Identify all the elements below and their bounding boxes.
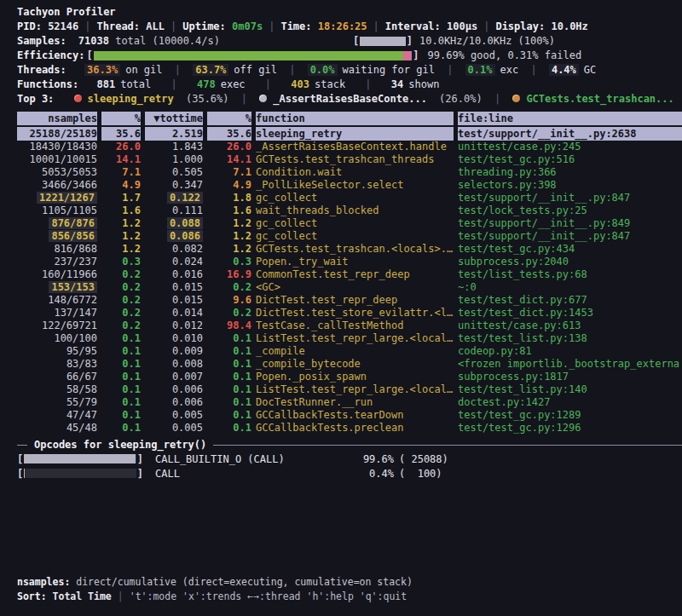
table-row-selected[interactable]: 25188/25189 35.6 2.519 35.6 sleeping_ret…: [0, 127, 682, 141]
cell-direct-pct: 0.1: [101, 358, 141, 371]
table-row[interactable]: 3466/3466 4.9 0.347 4.9 _PollLikeSelecto…: [0, 179, 682, 192]
stat-value: 0.1%: [465, 64, 495, 76]
table-row[interactable]: 122/69721 0.2 0.012 98.4 TestCase._callT…: [0, 320, 682, 332]
separator: |: [365, 78, 371, 90]
table-row[interactable]: 100/100 0.1 0.010 0.1 ListTest.test_repr…: [0, 332, 682, 345]
stat-name: on gil: [125, 64, 162, 76]
cell-direct-pct: 0.2: [101, 307, 141, 320]
footer-controls: Sort: Total Time|'t':mode 'x':trends ←→:…: [17, 590, 413, 604]
table-row[interactable]: 148/6772 0.2 0.015 9.6 DictTest.test_rep…: [0, 294, 682, 307]
top3-entry: _AssertRaisesBaseConte... (26.0%): [259, 93, 482, 105]
cell-direct-pct: 0.2: [101, 320, 141, 332]
thread-stat: 0.1%exc: [465, 64, 519, 76]
sort-value: Total Time: [53, 590, 112, 602]
efficiency-good-fill: [94, 51, 404, 60]
table-row[interactable]: 10001/10015 14.1 1.000 14.1 GCTests.test…: [0, 153, 682, 166]
table-row[interactable]: 95/95 0.1 0.009 0.1 _compile codeop.py:8…: [0, 345, 682, 358]
table-row[interactable]: 160/11966 0.2 0.016 16.9 CommonTest.test…: [0, 268, 682, 281]
table-row[interactable]: 1105/1105 1.6 0.111 1.6 wait_threads_blo…: [0, 204, 682, 217]
cell-direct-pct: 0.3: [101, 256, 141, 268]
stat-name: exec: [221, 78, 246, 90]
app-title: Tachyon Profiler: [17, 5, 682, 20]
stat-value: 403: [291, 78, 309, 90]
column-header-cumulative-pct[interactable]: %: [207, 112, 251, 125]
top3-entry: GCTests.test_trashcan... (14.1%): [512, 93, 682, 105]
table-row[interactable]: 58/58 0.1 0.006 0.1 ListTest.test_repr_l…: [0, 383, 682, 396]
opcode-count: ( 25088): [399, 453, 448, 465]
cell-function: _AssertRaisesBaseContext.handle: [256, 141, 454, 153]
thread-value[interactable]: ALL: [146, 20, 165, 32]
cell-tottime: 0.505: [145, 166, 203, 179]
table-row[interactable]: 1221/1267 1.7 0.122 1.8 gc_collect test/…: [0, 192, 682, 204]
stat-name: exc: [500, 64, 519, 76]
third-place-medal-icon: [512, 95, 520, 102]
cell-tottime: 0.122: [145, 192, 203, 204]
nsamples-note-text: direct/cumulative (direct=executing, cum…: [76, 576, 413, 588]
table-row[interactable]: 153/153 0.2 0.015 0.2 <GC> ~:0: [0, 281, 682, 294]
opcodes-section: Opcodes for sleeping_retry() [] CALL_BUI…: [0, 438, 682, 481]
column-header-tottime[interactable]: ▼tottime: [145, 112, 203, 125]
cell-nsamples: 5053/5053: [17, 166, 97, 179]
stat-value: 4.4%: [549, 64, 579, 76]
table-row[interactable]: 5053/5053 7.1 0.505 7.1 Condition.wait t…: [0, 166, 682, 179]
cell-direct-pct: 35.6: [101, 127, 141, 141]
cell-nsamples: 816/868: [17, 243, 97, 256]
cell-cumulative-pct: 35.6: [207, 127, 251, 141]
column-header-nsamples[interactable]: nsamples: [17, 112, 97, 125]
column-header-direct-pct[interactable]: %: [101, 112, 141, 125]
opcodes-body: [] CALL_BUILTIN_O (CALL) 99.6% ( 25088) …: [0, 452, 682, 481]
opcode-pct: 0.4%: [344, 468, 394, 480]
cell-tottime: 0.082: [145, 243, 203, 256]
cell-direct-pct: 14.1: [101, 153, 141, 166]
table-row[interactable]: 83/83 0.1 0.008 0.1 _compile_bytecode <f…: [0, 358, 682, 371]
cell-file-line: selectors.py:398: [458, 179, 682, 192]
table-row[interactable]: 237/237 0.3 0.024 0.3 Popen._try_wait su…: [0, 256, 682, 268]
separator: |: [289, 64, 295, 76]
interval-value: 100µs: [447, 20, 477, 32]
column-header-file-line[interactable]: file:line: [458, 112, 682, 125]
cell-nsamples: 18430/18430: [17, 141, 97, 153]
cell-tottime: 0.005: [145, 409, 203, 422]
table-row[interactable]: 137/147 0.2 0.014 0.2 DictTest.test_stor…: [0, 307, 682, 320]
cell-function: gc_collect: [256, 192, 454, 204]
thread-stat: 0.0%waiting for gil: [308, 64, 435, 76]
stat-value: 0.0%: [308, 64, 338, 76]
table-row[interactable]: 55/79 0.1 0.006 0.1 DocTestRunner.__run …: [0, 396, 682, 409]
cell-cumulative-pct: 14.1: [207, 153, 251, 166]
cell-file-line: unittest/case.py:245: [458, 141, 682, 153]
separator: |: [171, 78, 177, 90]
function-stat: 34shown: [391, 78, 440, 90]
cell-nsamples: 1105/1105: [17, 204, 97, 217]
samples-bar-track: [360, 37, 406, 46]
first-place-medal-icon: [74, 95, 82, 102]
cell-tottime: 0.086: [145, 230, 203, 243]
table-row[interactable]: 816/868 1.2 0.082 1.2 GCTests.test_trash…: [0, 243, 682, 256]
table-row[interactable]: 856/856 1.2 0.086 1.2 gc_collect test/su…: [0, 230, 682, 243]
cell-nsamples: 3466/3466: [17, 179, 97, 192]
thread-label: Thread:: [97, 20, 141, 32]
efficiency-label: Efficiency:: [17, 49, 84, 61]
table-row[interactable]: 18430/18430 26.0 1.843 26.0 _AssertRaise…: [0, 141, 682, 153]
cell-file-line: test/support/__init__.py:849: [458, 217, 682, 230]
cell-function: gc_collect: [256, 230, 454, 243]
summary-panel: Tachyon Profiler PID: 52146|Thread: ALL|…: [0, 0, 682, 107]
cell-tottime: 0.111: [145, 204, 203, 217]
cell-function: _compile: [256, 345, 454, 358]
table-row[interactable]: 66/67 0.1 0.007 0.1 Popen._posix_spawn s…: [0, 371, 682, 383]
table-row[interactable]: 45/48 0.1 0.005 0.1 GCCallbackTests.prec…: [0, 422, 682, 435]
thread-stat: 36.3%on gil: [84, 64, 162, 76]
cell-function: <GC>: [256, 281, 454, 294]
cell-direct-pct: 0.1: [101, 332, 141, 345]
table-row[interactable]: 47/47 0.1 0.005 0.1 GCCallbackTests.tear…: [0, 409, 682, 422]
cell-tottime: 0.009: [145, 345, 203, 358]
top3-function-name: GCTests.test_trashcan...: [526, 93, 673, 105]
thread-stat: 4.4%GC: [549, 64, 596, 76]
samples-bar-fill: [360, 37, 406, 46]
stat-name: stack: [315, 78, 345, 90]
threads-stats: 36.3%on gil | 63.7%off gil | 0.0%waiting…: [78, 64, 596, 76]
stat-name: shown: [408, 78, 439, 90]
column-header-function[interactable]: function: [256, 112, 454, 125]
separator: |: [530, 64, 536, 76]
table-row[interactable]: 876/876 1.2 0.088 1.2 gc_collect test/su…: [0, 217, 682, 230]
cell-file-line: doctest.py:1427: [458, 396, 682, 409]
